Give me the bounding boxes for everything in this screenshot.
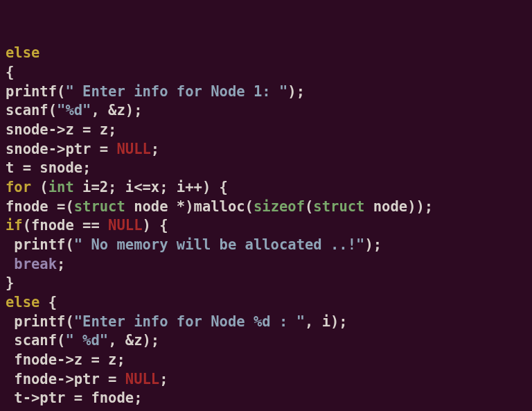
stmt: fnode->z = z;	[6, 351, 125, 368]
punct: (	[31, 179, 48, 195]
code-line: snode->z = z;	[6, 121, 526, 140]
code-line: else {	[6, 293, 526, 313]
punct: ;	[159, 371, 168, 387]
punct: ;	[151, 141, 159, 157]
keyword-sizeof: sizeof	[254, 198, 305, 215]
code-line: }	[6, 274, 526, 293]
fn-call: printf(	[6, 313, 74, 330]
stmt: node *)malloc(	[125, 198, 254, 215]
cond: (fnode ==	[23, 217, 108, 234]
string-literal: "Enter info for Node %d : "	[74, 313, 305, 330]
code-line: fnode =(struct node *)malloc(sizeof(stru…	[6, 198, 526, 217]
stmt: node));	[364, 198, 433, 215]
punct: ;	[57, 256, 65, 272]
code-line: fnode->z = z;	[6, 351, 526, 370]
code-line: scanf("%d", &z);	[6, 101, 526, 121]
code-line: snode->ptr = NULL;	[6, 140, 526, 159]
type-int: int	[48, 179, 74, 195]
stmt: fnode->ptr =	[6, 371, 125, 387]
string-literal: "%d"	[57, 102, 91, 119]
brace: }	[6, 274, 14, 291]
string-literal: " Enter info for Node 1: "	[65, 83, 287, 100]
keyword-else: else	[6, 44, 39, 61]
code-line: printf(" Enter info for Node 1: ");	[6, 82, 526, 102]
fn-call: scanf(	[6, 102, 57, 119]
stmt: t->ptr = fnode;	[6, 390, 142, 406]
fn-call: scanf(	[6, 332, 65, 349]
stmt: snode->z = z;	[6, 121, 116, 138]
string-literal: " %d"	[65, 332, 108, 349]
keyword-for: for	[6, 179, 31, 195]
code-line: scanf(" %d", &z);	[6, 331, 526, 351]
code-line: printf("Enter info for Node %d : ", i);	[6, 313, 526, 332]
code-line: t = snode;	[6, 159, 526, 178]
code-line: t->ptr = fnode;	[6, 389, 526, 408]
code-line: break;	[6, 255, 526, 274]
brace: {	[6, 64, 14, 80]
stmt: t = snode;	[6, 159, 91, 176]
null-literal: NULL	[116, 141, 150, 157]
code-line: {	[6, 63, 526, 82]
code-line: for (int i=2; i<=x; i++) {	[6, 178, 526, 198]
code-block: else{printf(" Enter info for Node 1: ");…	[6, 44, 526, 411]
keyword-else: else	[6, 294, 39, 311]
null-literal: NULL	[125, 371, 159, 387]
null-literal: NULL	[108, 217, 142, 234]
fn-call: printf(	[6, 83, 65, 100]
punct: (	[305, 198, 313, 215]
code-line: t = t->ptr;	[6, 408, 526, 411]
punct: , i);	[305, 313, 348, 330]
code-line: if(fnode == NULL) {	[6, 216, 526, 236]
code-line: fnode->ptr = NULL;	[6, 370, 526, 390]
keyword-break: break	[6, 256, 57, 272]
punct: , &z);	[91, 102, 142, 119]
keyword-if: if	[6, 217, 23, 234]
code-line: printf(" No memory will be allocated ..!…	[6, 236, 526, 255]
punct: , &z);	[108, 332, 159, 349]
brace: {	[39, 294, 57, 311]
punct: );	[364, 236, 382, 253]
keyword-struct: struct	[74, 198, 125, 215]
string-literal: " No memory will be allocated ..!"	[74, 236, 365, 253]
code-line: else	[6, 44, 526, 63]
stmt: fnode =(	[6, 198, 74, 215]
punct: );	[287, 83, 305, 100]
stmt: snode->ptr =	[6, 141, 116, 157]
loop-cond: i=2; i<=x; i++) {	[74, 179, 228, 195]
punct: ) {	[142, 217, 168, 234]
keyword-struct: struct	[313, 198, 364, 215]
fn-call: printf(	[6, 236, 74, 253]
